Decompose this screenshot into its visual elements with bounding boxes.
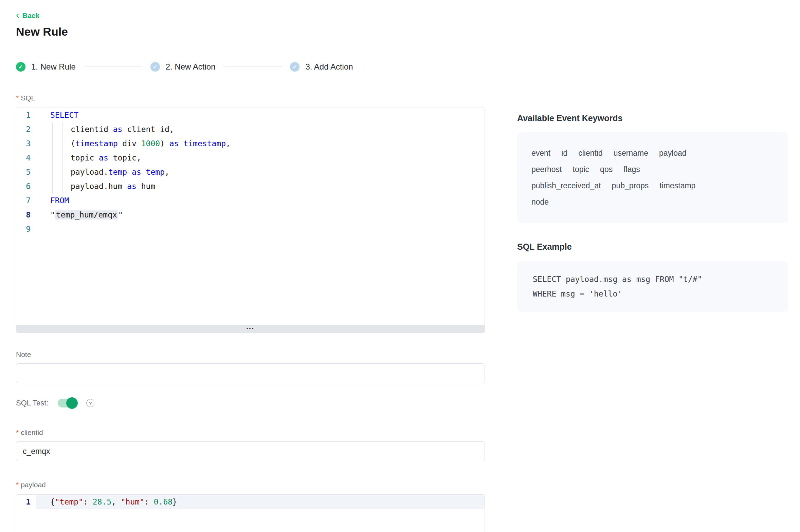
code-token: FROM <box>50 196 69 205</box>
keyword-item: pub_props <box>612 177 649 194</box>
required-mark: * <box>16 429 19 437</box>
note-field-label: Note <box>16 350 485 359</box>
required-mark: * <box>16 94 19 102</box>
clientid-input[interactable] <box>16 441 485 461</box>
line-number: 7 <box>16 193 36 208</box>
step-3-label: 3. Add Action <box>305 62 353 72</box>
back-chevron-icon: ‹ <box>16 12 19 18</box>
step-connector-2 <box>223 66 282 67</box>
code-token: { <box>50 497 55 506</box>
keyword-item: topic <box>573 161 589 177</box>
step-3-add-action: ✓ 3. Add Action <box>290 62 353 72</box>
keyword-item: flags <box>623 161 640 177</box>
code-token: temp <box>108 168 127 176</box>
indent-guide <box>62 165 63 179</box>
code-line: 4topic as topic, <box>16 151 485 165</box>
code-token: timestamp <box>75 139 118 148</box>
code-token: ( <box>71 139 75 148</box>
sql-example-line: WHERE msg = 'hello' <box>533 287 772 301</box>
code-token: as <box>99 153 108 162</box>
sql-example-line: SELECT payload.msg as msg FROM "t/#" <box>533 272 772 287</box>
code-line: 1{"temp": 28.5, "hum": 0.68} <box>16 495 485 509</box>
line-number: 6 <box>16 179 36 193</box>
code-token: as <box>132 168 141 176</box>
step-1-label: 1. New Rule <box>31 62 76 72</box>
keyword-item: event <box>531 145 550 161</box>
code-line-content: {"temp": 28.5, "hum": 0.68} <box>36 495 485 509</box>
code-token: } <box>172 497 177 506</box>
payload-field-label: * payload <box>16 481 485 489</box>
indent-guide <box>62 122 63 136</box>
new-rule-page: ‹ Back New Rule ✓ 1. New Rule ✓ 2. New A… <box>0 0 800 532</box>
sql-example-title: SQL Example <box>517 242 788 252</box>
code-line: 7FROM <box>16 193 485 208</box>
code-token: 28.5 <box>93 497 111 506</box>
code-token: topic, <box>108 153 141 162</box>
sql-editor-body[interactable]: 1SELECT2clientid as client_id,3(timestam… <box>16 108 485 325</box>
help-icon[interactable]: ? <box>86 399 94 407</box>
code-token <box>127 168 132 176</box>
line-number: 1 <box>16 495 36 509</box>
line-number: 2 <box>16 122 36 136</box>
indent-guide <box>52 122 53 136</box>
code-line-content: FROM <box>36 193 485 208</box>
code-token <box>179 139 184 148</box>
editor-resize-handle[interactable]: ••• <box>16 325 485 332</box>
keywords-panel: eventidclientidusernamepayloadpeerhostto… <box>517 132 788 223</box>
page-title: New Rule <box>16 25 485 38</box>
code-line: 6payload.hum as hum <box>16 179 485 193</box>
sql-test-toggle[interactable] <box>58 399 77 407</box>
step-2-check-icon: ✓ <box>150 62 160 72</box>
code-token: , <box>165 168 169 176</box>
code-token: " <box>50 210 55 219</box>
code-token: "hum" <box>121 497 144 506</box>
code-line: 3(timestamp div 1000) as timestamp, <box>16 136 485 151</box>
back-label: Back <box>22 12 39 20</box>
code-token: : <box>83 497 93 506</box>
code-token: payload.hum <box>71 182 127 191</box>
code-token <box>141 168 146 176</box>
code-token: , <box>111 497 121 506</box>
code-line: 5payload.temp as temp, <box>16 165 485 179</box>
keyword-item: clientid <box>578 145 603 161</box>
resize-dots-icon: ••• <box>247 327 255 330</box>
code-token: hum <box>137 182 155 191</box>
code-token: payload. <box>71 168 108 176</box>
code-token: topic <box>71 153 99 162</box>
back-link[interactable]: ‹ Back <box>16 12 39 20</box>
payload-code-editor[interactable]: 1{"temp": 28.5, "hum": 0.68} <box>16 494 485 532</box>
sql-code-editor[interactable]: 1SELECT2clientid as client_id,3(timestam… <box>16 108 485 333</box>
line-number: 4 <box>16 151 36 165</box>
code-token: as <box>113 125 123 134</box>
code-token: client_id, <box>122 125 174 134</box>
sql-test-row: SQL Test: ? <box>16 399 485 407</box>
steps-indicator: ✓ 1. New Rule ✓ 2. New Action ✓ 3. Add A… <box>16 62 485 72</box>
code-line-content <box>36 222 485 236</box>
line-number: 9 <box>16 222 36 236</box>
code-token: clientid <box>71 125 113 134</box>
right-panel: Available Event Keywords eventidclientid… <box>517 113 788 312</box>
keyword-row: node <box>531 194 774 210</box>
keyword-item: qos <box>600 161 613 177</box>
step-1-check-icon: ✓ <box>16 62 25 72</box>
required-mark: * <box>16 481 19 489</box>
code-line: 2clientid as client_id, <box>16 122 485 136</box>
code-token: as <box>169 139 179 148</box>
indent-guide <box>62 136 63 151</box>
payload-editor-body[interactable]: 1{"temp": 28.5, "hum": 0.68} <box>16 495 485 532</box>
keyword-item: timestamp <box>659 177 695 194</box>
keyword-item: peerhost <box>531 161 562 177</box>
line-number: 1 <box>16 108 36 122</box>
step-2-new-action: ✓ 2. New Action <box>150 62 216 72</box>
indent-guide <box>52 165 53 179</box>
note-input[interactable] <box>16 363 485 383</box>
code-token: : <box>144 497 154 506</box>
code-token: 0.68 <box>154 497 172 506</box>
code-line-content: payload.hum as hum <box>36 179 485 193</box>
step-1-new-rule: ✓ 1. New Rule <box>16 62 76 72</box>
code-token: as <box>127 182 137 191</box>
code-token: "temp" <box>55 497 83 506</box>
code-token: div <box>117 139 141 148</box>
indent-guide <box>62 179 63 193</box>
keywords-panel-title: Available Event Keywords <box>517 113 788 123</box>
